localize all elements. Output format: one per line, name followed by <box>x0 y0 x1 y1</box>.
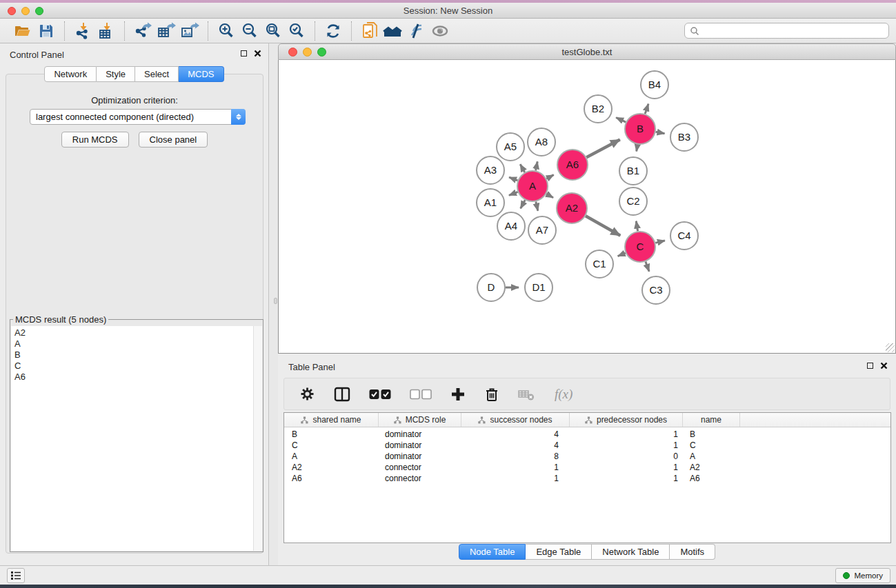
open-session-from-file-icon[interactable] <box>358 21 381 41</box>
cell[interactable]: A <box>284 451 379 462</box>
graph-node-B1[interactable]: B1 <box>619 157 647 185</box>
tab-edge-table[interactable]: Edge Table <box>526 544 592 560</box>
graph-edge-A-A2[interactable] <box>546 194 553 198</box>
cell[interactable]: dominator <box>379 451 461 462</box>
graph-node-A3[interactable]: A3 <box>477 156 504 184</box>
graph-edge-B-B2[interactable] <box>616 118 626 123</box>
graph-edge-A2-C[interactable] <box>586 216 620 236</box>
graph-edge-C-C4[interactable] <box>655 241 665 243</box>
delete-columns-trash-icon[interactable] <box>484 386 499 403</box>
select-all-columns-icon[interactable] <box>369 389 391 400</box>
table-row-B[interactable]: Bdominator41B <box>284 429 890 440</box>
graph-node-A8[interactable]: A8 <box>528 128 555 156</box>
graph-edge-B-B4[interactable] <box>645 104 648 114</box>
cell[interactable]: A2 <box>683 462 740 473</box>
task-history-button[interactable] <box>7 568 25 583</box>
show-graphics-details-icon[interactable] <box>428 21 452 41</box>
import-network-icon[interactable] <box>71 21 94 41</box>
column-header-successor-nodes[interactable]: successor nodes <box>461 413 570 427</box>
table-settings-gear-icon[interactable] <box>299 386 315 402</box>
cell[interactable]: B <box>284 429 379 440</box>
tab-motifs[interactable]: Motifs <box>670 544 715 560</box>
vertical-splitter-handle[interactable] <box>274 298 277 304</box>
cell[interactable]: 1 <box>461 473 570 484</box>
tab-mcds[interactable]: MCDS <box>179 66 223 82</box>
vizmapper-icon[interactable] <box>405 21 428 41</box>
column-header-predecessor-nodes[interactable]: predecessor nodes <box>570 413 683 427</box>
cell[interactable]: 1 <box>570 429 683 440</box>
graph-node-C1[interactable]: C1 <box>586 250 613 278</box>
save-session-icon[interactable] <box>34 21 58 41</box>
network-minimize-button[interactable] <box>303 48 312 57</box>
result-list-scrollbar[interactable] <box>253 326 262 551</box>
close-panel-icon[interactable] <box>880 362 888 369</box>
graph-node-C2[interactable]: C2 <box>619 187 647 215</box>
optimization-criterion-dropdown[interactable]: largest connected component (directed) <box>30 109 246 125</box>
cell[interactable]: A <box>683 451 740 462</box>
cell[interactable]: A6 <box>284 473 379 484</box>
result-item-C[interactable]: C <box>14 361 262 372</box>
table-row-A[interactable]: Adominator80A <box>284 451 890 462</box>
window-resize-grip[interactable] <box>886 343 895 352</box>
column-header-MCDS-role[interactable]: MCDS role <box>379 413 461 427</box>
zoom-in-icon[interactable] <box>215 21 238 41</box>
graph-edge-A-A7[interactable] <box>536 202 538 211</box>
graph-edge-A-A6[interactable] <box>546 175 553 179</box>
import-table-icon[interactable] <box>94 21 118 41</box>
toolbar-search[interactable] <box>684 23 889 39</box>
cell[interactable]: C <box>683 440 740 451</box>
result-item-A2[interactable]: A2 <box>14 327 262 338</box>
graph-edge-A6-B[interactable] <box>586 140 620 158</box>
graph-edge-A-A4[interactable] <box>521 200 526 208</box>
tab-select[interactable]: Select <box>135 66 179 82</box>
cell[interactable]: dominator <box>379 429 461 440</box>
graph-node-D1[interactable]: D1 <box>525 274 552 301</box>
float-panel-icon[interactable] <box>241 50 247 57</box>
cell[interactable]: 1 <box>570 462 683 473</box>
cyndex-home-icon[interactable] <box>381 21 405 41</box>
graph-node-A7[interactable]: A7 <box>528 216 556 244</box>
graph-node-A1[interactable]: A1 <box>477 189 504 216</box>
run-mcds-button[interactable]: Run MCDS <box>61 132 129 148</box>
close-window-button[interactable] <box>8 7 16 15</box>
graph-node-B2[interactable]: B2 <box>584 95 612 123</box>
table-row-A6[interactable]: A6connector11A6 <box>284 473 890 484</box>
unselect-all-columns-icon[interactable] <box>410 389 432 400</box>
cell[interactable]: 0 <box>570 451 683 462</box>
graph-edge-A-A8[interactable] <box>536 161 538 170</box>
table-row-C[interactable]: Cdominator41C <box>284 440 890 451</box>
graph-node-B[interactable]: B <box>625 114 655 144</box>
graph-edge-C-C2[interactable] <box>636 221 637 232</box>
column-header-shared-name[interactable]: shared name <box>284 413 379 427</box>
apply-layout-icon[interactable] <box>321 21 345 41</box>
memory-button[interactable]: Memory <box>835 568 890 583</box>
graph-edge-B-B3[interactable] <box>656 132 665 134</box>
cell[interactable]: 1 <box>570 440 683 451</box>
export-table-icon[interactable] <box>155 21 178 41</box>
open-file-icon[interactable] <box>11 21 34 41</box>
graph-edge-A-A5[interactable] <box>520 164 525 172</box>
graph-node-B3[interactable]: B3 <box>670 123 698 151</box>
export-network-icon[interactable] <box>131 21 155 41</box>
tab-network-table[interactable]: Network Table <box>592 544 670 560</box>
zoom-out-icon[interactable] <box>238 21 261 41</box>
minimize-window-button[interactable] <box>21 7 30 15</box>
result-item-B[interactable]: B <box>14 349 262 361</box>
zoom-window-button[interactable] <box>35 7 43 15</box>
graph-node-A[interactable]: A <box>517 171 548 201</box>
graph-edge-A-A3[interactable] <box>509 177 517 181</box>
graph-edge-A-A1[interactable] <box>509 192 518 195</box>
graph-node-C3[interactable]: C3 <box>642 276 670 304</box>
graph-node-C4[interactable]: C4 <box>670 222 698 250</box>
cell[interactable]: 4 <box>461 440 570 451</box>
graph-edge-B-B1[interactable] <box>637 145 638 152</box>
cell[interactable]: connector <box>379 473 461 484</box>
network-canvas[interactable]: B4B2B3A5A8A3B1C2A1A4A7C4C1DD1C3BA6AA2C <box>278 60 896 354</box>
result-item-A6[interactable]: A6 <box>14 372 262 383</box>
graph-edge-C-C1[interactable] <box>618 253 626 256</box>
cell[interactable]: B <box>683 429 740 440</box>
export-image-icon[interactable] <box>178 21 201 41</box>
create-new-column-icon[interactable] <box>450 387 466 402</box>
graph-edge-C-C3[interactable] <box>646 262 649 272</box>
graph-node-C[interactable]: C <box>625 232 655 262</box>
